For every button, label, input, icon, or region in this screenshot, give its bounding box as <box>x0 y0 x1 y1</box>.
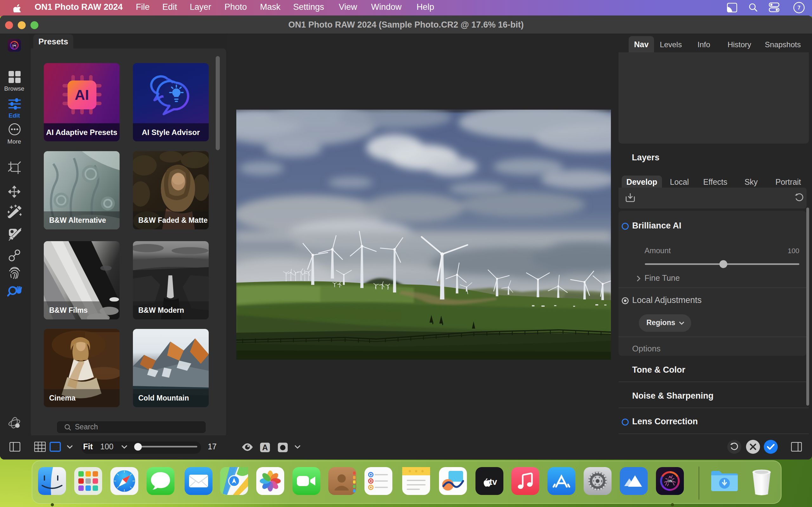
svg-text:AI: AI <box>75 87 89 103</box>
svg-text:tv: tv <box>490 477 497 487</box>
svg-text:ON: ON <box>668 480 672 483</box>
svg-text:ON: ON <box>13 44 16 47</box>
